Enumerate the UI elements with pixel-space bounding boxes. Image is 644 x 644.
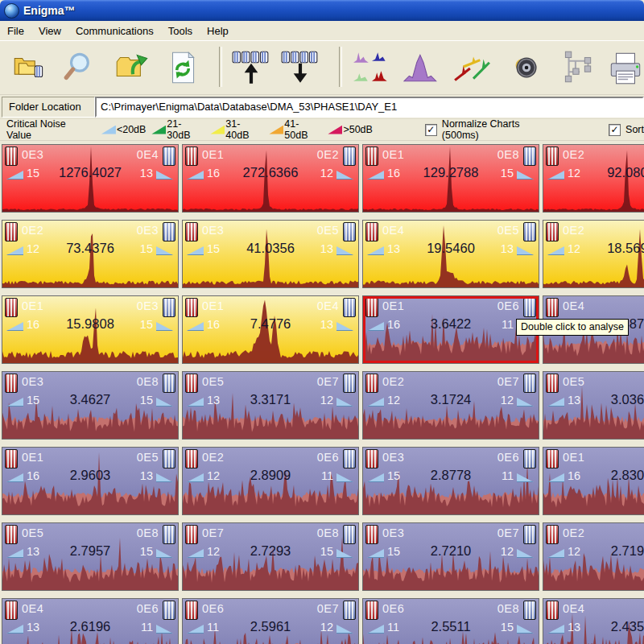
logger-icon-left [185,222,198,242]
level-triangle-left-icon [367,549,384,558]
logger-pair-tile[interactable]: 0E5 133.0365 [543,371,644,440]
logger-pair-tile[interactable]: 0E30E8 15153.4627 [2,371,179,440]
logger-id-left: 0E1 [563,451,584,464]
logger-pair-tile[interactable]: 0E50E8 13152.7957 [2,522,179,591]
logger-icon-right [343,449,356,469]
logger-pair-tile[interactable]: 0E40E6 13112.6196 [2,598,179,644]
logger-id-left: 0E4 [22,602,43,615]
level-left: 12 [568,242,580,255]
tile-header: 0E20E3 [5,222,175,242]
export-data-button[interactable] [111,46,155,89]
checkbox-sort[interactable]: ✓Sort [609,124,644,136]
logger-pair-tile[interactable]: 0E2 1292.0801 [543,144,644,213]
menu-item-help[interactable]: Help [200,23,236,39]
logger-pair-tile[interactable]: 0E70E8 12152.7293 [182,522,359,591]
tile-levels: 12 [547,545,644,558]
tile-header: 0E50E8 [5,525,175,544]
logger-pair-tile[interactable]: 0E10E2 1612272.6366 [182,144,359,213]
tile-levels: 1215 [187,545,353,558]
checkbox-icon[interactable]: ✓ [425,124,437,136]
level-triangle-left-icon [6,246,23,255]
logger-pair-tile[interactable]: 0E30E7 15122.7210 [362,522,539,591]
listen-sound-icon [506,49,546,86]
logger-icon-left [5,222,18,242]
logger-pair-tile[interactable]: 0E1 162.8302 [543,447,644,515]
menu-item-file[interactable]: File [0,23,31,39]
logger-pair-tile[interactable]: 0E4 132.4350 [543,598,644,644]
logger-icon-right [343,147,356,166]
logger-pair-tile[interactable]: 0E20E6 12112.8909 [182,447,359,515]
waterfall-view-button[interactable] [451,46,494,89]
logger-icon-left [546,525,559,544]
logger-icon-right [343,525,356,544]
upload-loggers-button[interactable] [229,46,273,89]
logger-id-right: 0E7 [497,526,519,539]
logger-pair-tile[interactable]: 0E2 1218.5690 [543,220,644,288]
logger-id-right: 0E8 [317,526,339,539]
export-data-icon [113,49,153,86]
legend-title: Critical Noise Value [6,118,93,141]
open-database-button[interactable] [8,46,52,89]
menu-bar: FileViewCommunicationsToolsHelp [0,21,644,41]
level-left: 15 [207,242,220,255]
legend-triangle-icon [328,126,342,134]
search-button[interactable] [60,46,103,89]
level-left: 15 [387,545,400,558]
listen-sound-button[interactable] [504,46,547,89]
menu-item-communications[interactable]: Communications [68,23,161,39]
view-chart-button[interactable] [401,46,444,89]
legend-triangle-icon [269,126,283,134]
logger-id-left: 0E6 [382,602,404,615]
level-triangle-left-icon [6,625,23,634]
level-left: 13 [568,621,580,634]
logger-pair-tile[interactable]: 0E20E3 121573.4376 [2,220,179,288]
tile-levels: 1612 [187,167,353,180]
tile-levels: 1515 [6,394,173,407]
logger-pair-tile[interactable]: 0E10E8 1615129.2788 [362,144,539,213]
logger-icon-left [365,298,378,317]
logger-pair-tile[interactable]: 0E10E4 16137.4776 [182,295,359,364]
logger-icon-right [523,374,536,393]
logger-pair-tile[interactable]: 0E30E5 151341.0356 [182,220,359,288]
tile-levels: 1611 [367,318,534,331]
correlation-network-button[interactable] [555,46,599,89]
logger-pair-tile[interactable]: 0E10E3 161515.9808 [2,295,179,364]
refresh-button[interactable] [161,46,204,89]
logger-pair-tile[interactable]: 0E60E8 11152.5511 [362,598,539,644]
download-loggers-button[interactable] [279,46,322,89]
logger-id-right: 0E4 [137,148,159,161]
folder-path-input[interactable] [95,97,644,118]
level-right: 15 [501,167,514,180]
logger-icon-left [5,147,18,166]
level-left: 11 [207,621,219,634]
logger-pair-tile[interactable]: 0E30E4 15131276.4027 [2,144,179,213]
logger-icon-left [365,222,378,242]
checkbox-icon[interactable]: ✓ [609,124,621,136]
logger-pair-tile[interactable]: 0E50E7 13123.3171 [182,371,359,440]
logger-icon-left [185,525,198,544]
view-all-charts-button[interactable] [351,46,394,89]
level-right: 13 [140,469,153,482]
menu-item-tools[interactable]: Tools [161,23,200,39]
tile-levels: 13 [547,394,644,407]
level-right: 13 [501,242,514,255]
tile-levels: 1613 [187,318,353,331]
logger-pair-tile[interactable]: 0E10E5 16132.9603 [2,447,179,515]
level-triangle-left-icon [547,246,564,255]
logger-icon-right [163,147,175,166]
logger-pair-tile[interactable]: 0E30E6 15112.8778 [362,447,539,515]
logger-pair-tile[interactable]: 0E10E6 16113.6422 [362,295,539,364]
level-triangle-right-icon [156,473,173,482]
checkbox-normalize[interactable]: ✓Normalize Charts (500ms) [425,118,559,141]
print-button[interactable] [604,46,644,89]
logger-icon-right [163,298,175,317]
logger-pair-tile[interactable]: 0E20E7 12123.1724 [362,371,539,440]
logger-pair-tile[interactable]: 0E2 122.7196 [543,522,644,591]
legend-item-label: >50dB [343,124,373,135]
folder-location-bar: Folder Location [0,95,644,119]
legend-item: 41-50dB [269,118,322,141]
logger-pair-tile[interactable]: 0E60E7 11122.5961 [182,598,359,644]
menu-item-view[interactable]: View [31,23,68,39]
logger-icon-right [163,525,175,544]
logger-pair-tile[interactable]: 0E40E5 131319.5460 [362,220,539,288]
